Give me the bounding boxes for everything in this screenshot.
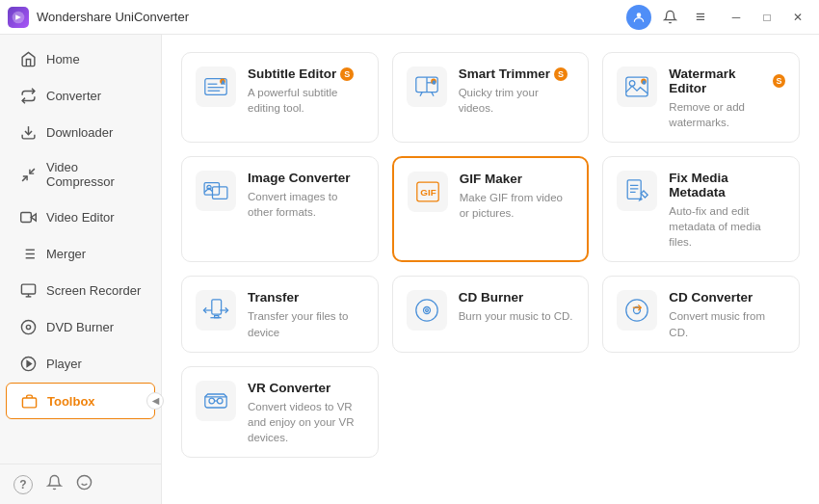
image-converter-title: Image Converter: [248, 171, 364, 185]
video-editor-icon: [19, 208, 37, 225]
sidebar-toolbox-label: Toolbox: [47, 394, 95, 409]
close-btn[interactable]: ✕: [784, 7, 811, 28]
svg-point-58: [425, 309, 428, 312]
cd-converter-title: CD Converter: [669, 290, 785, 305]
tool-card-cd-converter[interactable]: CD ConverterConvert music from CD.: [602, 276, 800, 352]
transfer-icon: [196, 290, 236, 331]
window-controls: ─ □ ✕: [723, 7, 811, 28]
image-converter-desc: Convert images to other formats.: [248, 189, 364, 220]
watermark-editor-badge: S: [773, 74, 785, 88]
title-bar-icons: ≡: [626, 5, 713, 30]
sidebar-item-dvd-burner[interactable]: DVD Burner: [6, 309, 155, 344]
svg-marker-5: [31, 213, 36, 220]
smart-trimmer-title: Smart TrimmerS: [459, 66, 575, 81]
sidebar-converter-label: Converter: [46, 89, 101, 103]
sidebar-item-merger[interactable]: Merger: [6, 236, 155, 271]
gif-maker-desc: Make GIF from video or pictures.: [460, 190, 574, 221]
tool-card-cd-burner[interactable]: CD BurnerBurn your music to CD.: [392, 276, 590, 352]
watermark-editor-title: Watermark EditorS: [669, 66, 785, 95]
svg-point-57: [423, 307, 430, 314]
fix-media-metadata-title: Fix Media Metadata: [669, 171, 785, 199]
svg-text:GIF: GIF: [420, 187, 436, 198]
svg-rect-6: [20, 212, 31, 222]
sidebar-item-screen-recorder[interactable]: Screen Recorder: [6, 273, 155, 307]
sidebar-screen-recorder-label: Screen Recorder: [46, 283, 141, 298]
sidebar-footer: ?: [0, 464, 161, 504]
cd-converter-desc: Convert music from CD.: [669, 308, 785, 339]
menu-icon-btn[interactable]: ≡: [688, 5, 713, 30]
converter-icon: [19, 87, 37, 104]
sidebar-dvd-burner-label: DVD Burner: [46, 320, 114, 334]
maximize-btn[interactable]: □: [753, 7, 780, 28]
svg-rect-51: [212, 300, 222, 314]
tools-grid: ASubtitle EditorSA powerful subtitle edi…: [181, 52, 800, 458]
svg-text:S: S: [643, 80, 646, 85]
fix-media-metadata-desc: Auto-fix and edit metadata of media file…: [669, 203, 785, 250]
feedback-icon[interactable]: [76, 474, 92, 494]
svg-point-62: [209, 398, 215, 404]
tool-card-subtitle-editor[interactable]: ASubtitle EditorSA powerful subtitle edi…: [181, 52, 379, 143]
sidebar-video-compressor-label: Video Compressor: [46, 160, 142, 189]
cd-converter-icon: [617, 290, 657, 331]
sidebar-item-home[interactable]: Home: [6, 41, 155, 76]
sidebar-player-label: Player: [46, 357, 82, 371]
svg-text:A: A: [222, 80, 225, 85]
collapse-sidebar-btn[interactable]: ◀: [146, 392, 164, 410]
cd-burner-icon: [407, 290, 447, 331]
sidebar-downloader-label: Downloader: [46, 125, 113, 140]
subtitle-editor-badge: S: [340, 67, 354, 81]
svg-rect-42: [204, 183, 219, 196]
merger-icon: [19, 245, 37, 262]
vr-converter-title: VR Converter: [248, 381, 364, 395]
smart-trimmer-info: Smart TrimmerSQuicky trim your videos.: [459, 66, 575, 116]
app-logo: [8, 7, 29, 28]
tool-card-image-converter[interactable]: Image ConverterConvert images to other f…: [181, 156, 379, 262]
vr-converter-desc: Convert videos to VR and enjoy on your V…: [248, 399, 364, 445]
svg-point-1: [637, 13, 642, 17]
tool-card-gif-maker[interactable]: GIFGIF MakerMake GIF from video or pictu…: [392, 156, 590, 262]
svg-rect-20: [22, 397, 36, 407]
svg-rect-43: [213, 187, 227, 199]
tool-card-fix-media-metadata[interactable]: Fix Media MetadataAuto-fix and edit meta…: [602, 156, 800, 262]
toolbox-icon: [20, 392, 38, 410]
svg-point-22: [77, 475, 91, 489]
sidebar-item-toolbox[interactable]: Toolbox ◀: [6, 383, 155, 419]
sidebar-item-video-compressor[interactable]: Video Compressor: [6, 151, 155, 198]
fix-media-metadata-icon: [617, 171, 657, 211]
sidebar-item-video-editor[interactable]: Video Editor: [6, 199, 155, 234]
sidebar-home-label: Home: [46, 52, 80, 66]
gif-maker-info: GIF MakerMake GIF from video or pictures…: [460, 172, 574, 221]
tool-card-transfer[interactable]: TransferTransfer your files to device: [181, 276, 379, 352]
minimize-btn[interactable]: ─: [723, 7, 750, 28]
image-converter-info: Image ConverterConvert images to other f…: [248, 171, 364, 220]
fix-media-metadata-info: Fix Media MetadataAuto-fix and edit meta…: [669, 171, 785, 250]
svg-marker-19: [27, 360, 31, 366]
svg-line-4: [22, 175, 27, 180]
gif-maker-title: GIF Maker: [460, 172, 574, 186]
cd-burner-info: CD BurnerBurn your music to CD.: [459, 290, 575, 324]
sidebar-item-converter[interactable]: Converter: [6, 78, 155, 113]
cd-burner-desc: Burn your music to CD.: [459, 308, 575, 324]
sidebar: Home Converter Downloader Video Compress…: [0, 35, 162, 504]
svg-point-16: [21, 320, 35, 333]
sidebar-item-player[interactable]: Player: [6, 346, 155, 381]
bell-footer-icon[interactable]: [46, 474, 63, 494]
svg-line-3: [29, 169, 34, 173]
tool-card-vr-converter[interactable]: VR ConverterConvert videos to VR and enj…: [181, 366, 379, 458]
tool-card-watermark-editor[interactable]: SWatermark EditorSRemove or add watermar…: [602, 52, 800, 143]
help-icon[interactable]: ?: [13, 475, 33, 494]
subtitle-editor-title: Subtitle EditorS: [248, 66, 364, 81]
sidebar-merger-label: Merger: [46, 247, 86, 261]
smart-trimmer-desc: Quicky trim your videos.: [459, 85, 575, 116]
svg-point-63: [217, 398, 223, 404]
screen-recorder-icon: [19, 281, 37, 299]
cd-converter-info: CD ConverterConvert music from CD.: [669, 290, 785, 339]
svg-rect-47: [628, 180, 642, 199]
tool-card-smart-trimmer[interactable]: SSmart TrimmerSQuicky trim your videos.: [392, 52, 590, 143]
sidebar-item-downloader[interactable]: Downloader: [6, 115, 155, 149]
notification-icon-btn[interactable]: [657, 5, 682, 30]
user-icon-btn[interactable]: [626, 5, 651, 30]
video-compressor-icon: [19, 166, 37, 183]
image-converter-icon: [196, 171, 236, 211]
vr-converter-info: VR ConverterConvert videos to VR and enj…: [248, 381, 364, 445]
